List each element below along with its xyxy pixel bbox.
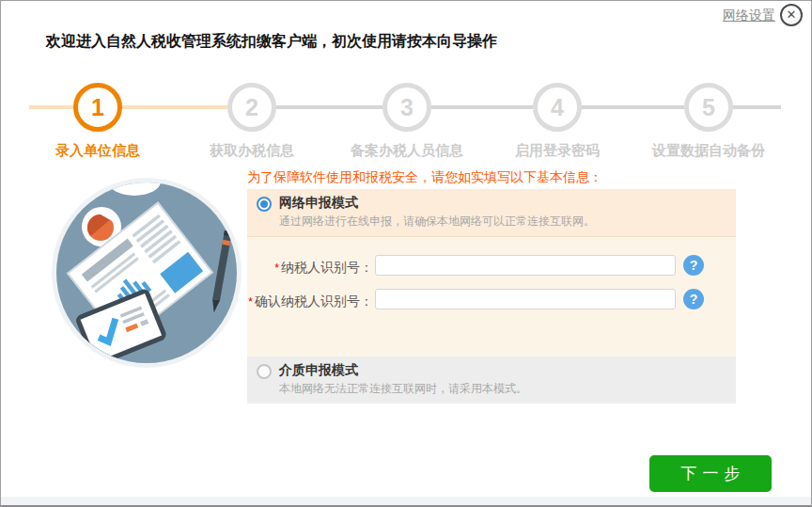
confirm-taxpayer-id-help-icon[interactable]: ? [683,289,704,309]
media-mode-panel: 介质申报模式 本地网络无法正常连接互联网时，请采用本模式。 [247,356,736,404]
progress-line-segment [431,105,533,109]
next-step-button[interactable]: 下一步 [649,455,772,492]
progress-line-segment [29,105,73,109]
step-circle-2: 2 [227,83,276,132]
confirm-taxpayer-id-label: *确认纳税人识别号： [223,293,373,310]
media-mode-radio[interactable] [257,364,272,379]
progress-line-segment [122,105,227,109]
step-circle-1: 1 [73,83,122,132]
network-settings-link[interactable]: 网络设置 [723,8,775,24]
taxpayer-id-help-icon[interactable]: ? [683,255,704,276]
close-icon: ✕ [787,8,797,22]
network-mode-label: 网络申报模式 [279,195,358,212]
network-mode-radio[interactable] [257,197,272,212]
required-mark: * [274,261,279,275]
confirm-taxpayer-id-input[interactable] [375,289,676,309]
progress-line-segment [733,105,781,109]
network-mode-description: 通过网络进行在线申报，请确保本地网络可以正常连接互联网。 [279,214,595,230]
step-label-5: 设置数据自动备份 [615,142,803,160]
media-mode-label: 介质申报模式 [279,362,358,379]
page-title: 欢迎进入自然人税收管理系统扣缴客户端，初次使用请按本向导操作 [46,32,497,52]
close-button[interactable]: ✕ [780,4,803,26]
network-mode-panel: 网络申报模式 通过网络进行在线申报，请确保本地网络可以正常连接互联网。 [247,189,736,236]
wizard-window: 网络设置 ✕ 欢迎进入自然人税收管理系统扣缴客户端，初次使用请按本向导操作 1 … [0,0,812,507]
progress-line-segment [582,105,684,109]
required-mark: * [248,295,253,309]
step-circle-5: 5 [684,83,733,132]
taxpayer-id-label: *纳税人识别号： [223,260,373,277]
media-mode-description: 本地网络无法正常连接互联网时，请采用本模式。 [279,381,527,397]
intro-illustration [50,176,243,370]
progress-line-segment [276,105,383,109]
step-circle-3: 3 [383,83,431,132]
taxpayer-id-input[interactable] [375,255,676,276]
security-notice: 为了保障软件使用和报税安全，请您如实填写以下基本信息： [247,169,602,186]
window-bottom-strip [1,497,811,505]
step-circle-4: 4 [533,83,582,132]
